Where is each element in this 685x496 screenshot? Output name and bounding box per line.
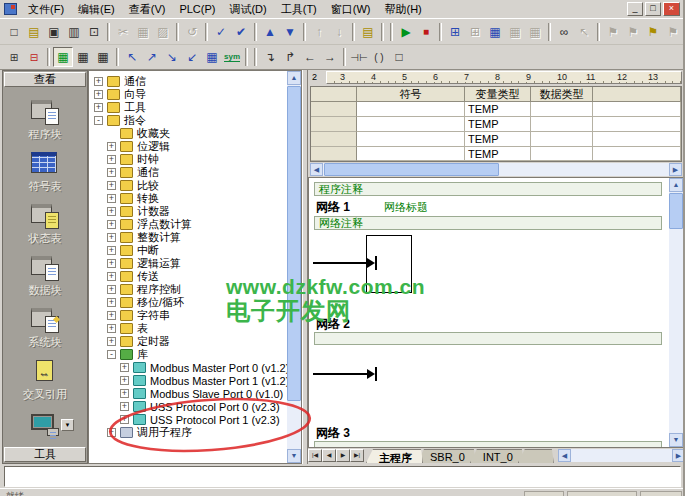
expander-icon[interactable]: + (120, 363, 129, 372)
table-cell-vartype[interactable]: TEMP (465, 132, 531, 147)
tab-int-0[interactable]: INT_0 (470, 449, 524, 463)
expander-icon[interactable]: + (107, 428, 116, 437)
row-header[interactable] (311, 147, 357, 161)
print-preview-icon[interactable]: ⊡ (84, 22, 104, 42)
table-cell[interactable] (593, 102, 681, 117)
network-3-comment-band[interactable] (314, 441, 662, 448)
expander-icon[interactable]: + (107, 337, 116, 346)
expander-icon[interactable]: + (107, 168, 116, 177)
col-header[interactable] (593, 87, 681, 102)
col-header-symbol[interactable]: 符号 (357, 87, 465, 102)
scroll-right-icon[interactable]: ▶ (669, 163, 682, 176)
tree-item-modbus-master-port-1[interactable]: +Modbus Master Port 1 (v1.2) (89, 374, 301, 387)
cut-icon[interactable]: ✂ (113, 22, 133, 42)
tree-item-string[interactable]: +字符串 (89, 309, 301, 322)
compile-all-icon[interactable]: ✔ (231, 22, 251, 42)
menu-plc[interactable]: PLC(P) (172, 1, 222, 17)
expander-icon[interactable]: + (107, 259, 116, 268)
tree-item-communications[interactable]: +通信 (89, 75, 301, 88)
tree-item-floating-math[interactable]: +浮点数计算 (89, 218, 301, 231)
ladder-editor[interactable]: 程序注释 网络 1 网络标题 网络注释 网络 2 网络 3 (308, 177, 685, 448)
box-icon[interactable]: □ (389, 47, 409, 67)
table-cell-symbol[interactable] (357, 132, 465, 147)
table-cell[interactable] (593, 117, 681, 132)
line-up-icon[interactable]: ↱ (280, 47, 300, 67)
program-comment-band[interactable]: 程序注释 (314, 182, 662, 196)
tree-item-modbus-master-port-0[interactable]: +Modbus Master Port 0 (v1.2) (89, 361, 301, 374)
bookmark-clear-icon[interactable]: ⚑ (663, 22, 683, 42)
table-cell-vartype[interactable]: TEMP (465, 117, 531, 132)
tree-item-bit-logic[interactable]: +位逻辑 (89, 140, 301, 153)
editor-hscrollbar[interactable]: ◀ ▶ (558, 449, 685, 462)
table-cell-symbol[interactable] (357, 102, 465, 117)
compile-icon[interactable]: ✓ (211, 22, 231, 42)
tree-item-call-subroutines[interactable]: +调用子程序 (89, 426, 301, 439)
tab-prev-button[interactable]: ◀ (322, 449, 336, 462)
bookmark-next-icon[interactable]: ⚑ (623, 22, 643, 42)
menu-help[interactable]: 帮助(H) (378, 0, 429, 19)
expander-icon[interactable]: + (120, 415, 129, 424)
tree-item-communications2[interactable]: +通信 (89, 166, 301, 179)
expander-icon[interactable]: + (107, 207, 116, 216)
program-status-icon[interactable]: ⊞ (445, 22, 465, 42)
chart-status-pause-icon[interactable]: ▦ (505, 22, 525, 42)
menu-file[interactable]: 文件(F) (21, 0, 71, 19)
tree-item-convert[interactable]: +转换 (89, 192, 301, 205)
close-button[interactable]: × (663, 2, 680, 16)
col-header-vartype[interactable]: 变量类型 (465, 87, 531, 102)
expander-icon[interactable] (107, 129, 116, 138)
view-glasses-icon[interactable]: ∞ (554, 22, 574, 42)
program-status-pause-icon[interactable]: ⊞ (465, 22, 485, 42)
sidebar-item-program-block[interactable]: 程序块 (3, 99, 87, 142)
menu-view[interactable]: 查看(V) (122, 0, 173, 19)
ladder-tool-1-icon[interactable]: ↖ (122, 47, 142, 67)
tab-next-button[interactable]: ▶ (336, 449, 350, 462)
table-cell-vartype[interactable]: TEMP (465, 102, 531, 117)
view-stl-icon[interactable]: ▦ (93, 47, 113, 67)
expander-icon[interactable]: + (94, 103, 103, 112)
sidebar-item-communications[interactable] (3, 411, 87, 439)
tree-item-interrupt[interactable]: +中断 (89, 244, 301, 257)
sidebar-item-data-block[interactable]: 数据块 (3, 255, 87, 298)
rung-1-selection-box[interactable] (366, 235, 412, 293)
sidebar-item-symbol-table[interactable]: 符号表 (3, 151, 87, 194)
table-cell-vartype[interactable]: TEMP (465, 147, 531, 161)
stop-icon[interactable]: ■ (416, 22, 436, 42)
tree-item-favorites[interactable]: 收藏夹 (89, 127, 301, 140)
tree-item-clock[interactable]: +时钟 (89, 153, 301, 166)
menu-debug[interactable]: 调试(D) (222, 0, 273, 19)
expander-icon[interactable]: + (107, 155, 116, 164)
table-cell[interactable] (593, 147, 681, 161)
expander-icon[interactable]: + (107, 311, 116, 320)
tree-item-libraries[interactable]: -库 (89, 348, 301, 361)
expander-icon[interactable]: + (107, 272, 116, 281)
viewbar-footer-tools[interactable]: 工具 (4, 447, 86, 462)
tree-item-shift-rotate[interactable]: +移位/循环 (89, 296, 301, 309)
tree-item-instructions[interactable]: -指令 (89, 114, 301, 127)
col-header[interactable] (311, 87, 357, 102)
table-cell-datatype[interactable] (531, 102, 593, 117)
delete-network-icon[interactable]: ⊟ (24, 47, 44, 67)
menu-edit[interactable]: 编辑(E) (71, 0, 122, 19)
line-down-icon[interactable]: ↴ (260, 47, 280, 67)
scroll-up-icon[interactable]: ▲ (669, 178, 683, 192)
tree-item-compare[interactable]: +比较 (89, 179, 301, 192)
network-1-title[interactable]: 网络标题 (384, 200, 428, 215)
tree-item-integer-math[interactable]: +整数计算 (89, 231, 301, 244)
chart-read-icon[interactable]: ▦ (525, 22, 545, 42)
expander-icon[interactable]: + (94, 90, 103, 99)
scroll-thumb[interactable] (287, 86, 301, 401)
row-header[interactable] (311, 102, 357, 117)
copy-icon[interactable]: ▦ (133, 22, 153, 42)
expander-icon[interactable]: + (107, 142, 116, 151)
bookmark-prev-icon[interactable]: ⚑ (643, 22, 663, 42)
network-1-comment-band[interactable]: 网络注释 (314, 216, 662, 230)
table-hscrollbar[interactable]: ◀ ▶ (310, 163, 682, 176)
insert-network-icon[interactable]: ⊞ (4, 47, 24, 67)
tab-first-button[interactable]: |◀ (308, 449, 322, 462)
contact-icon[interactable]: ⊣⊢ (349, 47, 369, 67)
scroll-down-icon[interactable]: ▼ (669, 433, 683, 447)
sidebar-item-cross-reference[interactable]: 交叉引用 (3, 359, 87, 402)
sort-asc-icon[interactable]: ↑ (309, 22, 329, 42)
new-file-icon[interactable]: □ (4, 22, 24, 42)
